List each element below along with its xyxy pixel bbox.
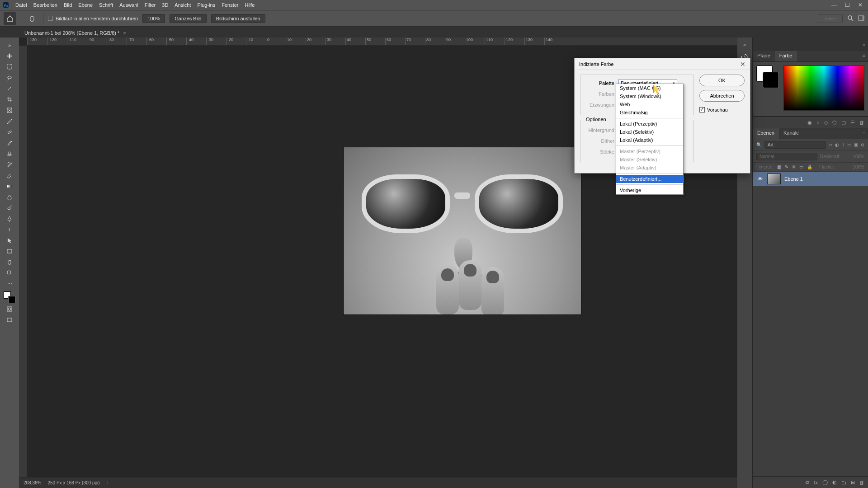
mask-icon[interactable]: ◯	[822, 479, 828, 485]
tab-close-icon[interactable]: ×	[123, 30, 126, 36]
cancel-button[interactable]: Abbrechen	[699, 90, 745, 102]
menu-bearbeiten[interactable]: Bearbeiten	[33, 2, 57, 8]
menu-schrift[interactable]: Schrift	[99, 2, 113, 8]
eraser-tool-icon[interactable]	[5, 170, 14, 180]
delete-layer-icon[interactable]: 🗑	[859, 480, 864, 485]
panel-collapse-icon[interactable]: »	[753, 38, 868, 51]
scroll-all-checkbox[interactable]: Bildlauf in allen Fenstern durchführen	[48, 16, 138, 21]
path-select-tool-icon[interactable]	[5, 235, 14, 245]
menu-hilfe[interactable]: Hilfe	[245, 2, 255, 8]
dialog-close-icon[interactable]: ✕	[740, 61, 745, 68]
hand-tool-icon[interactable]	[26, 12, 38, 25]
zoom-nav-tool-icon[interactable]	[5, 268, 14, 278]
ruler-vertical[interactable]	[19, 46, 27, 477]
tab-ebenen[interactable]: Ebenen	[753, 128, 779, 139]
fill-value[interactable]: 100%	[844, 164, 864, 169]
share-button[interactable]: Teilen	[818, 14, 843, 23]
opacity-value[interactable]: 100%	[844, 154, 864, 159]
dropdown-option[interactable]: System (MAC OS)	[616, 84, 683, 92]
move-tool-icon[interactable]	[5, 51, 14, 61]
heal-tool-icon[interactable]	[5, 127, 14, 137]
menu-ansicht[interactable]: Ansicht	[175, 2, 191, 8]
menu-plugins[interactable]: Plug-ins	[197, 2, 215, 8]
filter-toggle-icon[interactable]: ⊘	[861, 142, 864, 147]
menu-ebene[interactable]: Ebene	[78, 2, 93, 8]
background-swatch[interactable]	[8, 296, 15, 303]
dropdown-option[interactable]: Vorherige	[616, 186, 683, 194]
crop-tool-icon[interactable]	[5, 94, 14, 104]
ruler-horizontal[interactable]: -130 -120 -110 -90 -80 -70 -60 -50 -40 -…	[27, 38, 737, 46]
gradient-tool-icon[interactable]	[5, 181, 14, 191]
rectangle-tool-icon[interactable]	[5, 246, 14, 256]
menu-fenster[interactable]: Fenster	[222, 2, 238, 8]
fill-screen-button[interactable]: Bildschirm ausfüllen	[211, 14, 265, 23]
workspace-icon[interactable]	[858, 15, 864, 22]
link-layers-icon[interactable]: ⧉	[806, 479, 809, 485]
status-zoom[interactable]: 208,36%	[24, 480, 41, 485]
lock-position-icon[interactable]: ✥	[792, 164, 796, 169]
layer-filter-select[interactable]: Art	[764, 141, 826, 149]
document-tab[interactable]: Unbenannt-1 bei 208% (Ebene 1, RGB/8) * …	[20, 28, 131, 38]
circle-icon[interactable]: ○	[816, 120, 820, 125]
eyedropper-tool-icon[interactable]	[5, 116, 14, 126]
wand-tool-icon[interactable]	[5, 84, 14, 94]
menu-bild[interactable]: Bild	[64, 2, 72, 8]
ok-button[interactable]: OK	[699, 75, 745, 86]
filter-shape-icon[interactable]: ▭	[847, 142, 851, 147]
blend-mode-select[interactable]: Normal	[756, 153, 817, 160]
menu-datei[interactable]: Datei	[15, 2, 27, 8]
dropdown-option[interactable]: Gleichmäßig	[616, 108, 683, 117]
blur-tool-icon[interactable]	[5, 192, 14, 202]
dodge-tool-icon[interactable]	[5, 203, 14, 213]
filter-adjust-icon[interactable]: ◐	[835, 142, 839, 147]
dialog-titlebar[interactable]: Indizierte Farbe ✕	[575, 58, 750, 70]
filter-type-icon[interactable]: T	[842, 142, 844, 147]
layer-row[interactable]: 👁 Ebene 1	[753, 172, 868, 186]
panel-bg-swatch[interactable]	[763, 72, 779, 88]
close-icon[interactable]: ✕	[858, 2, 863, 8]
layer-thumbnail[interactable]	[767, 174, 781, 184]
layer-name[interactable]: Ebene 1	[784, 176, 803, 182]
type-tool-icon[interactable]: T	[5, 225, 14, 235]
circle-dot-icon[interactable]: ◉	[807, 120, 812, 126]
status-chevron-icon[interactable]: 〉	[106, 480, 111, 486]
layers-empty-area[interactable]	[753, 186, 868, 476]
dropdown-option[interactable]: System (Windows)	[616, 92, 683, 100]
trash-icon[interactable]: 🗑	[859, 120, 864, 125]
search-icon[interactable]	[847, 15, 854, 22]
square-icon[interactable]: ▢	[841, 120, 846, 126]
brush-tool-icon[interactable]	[5, 138, 14, 148]
quickmask-icon[interactable]	[5, 304, 14, 314]
marquee-tool-icon[interactable]	[5, 62, 14, 72]
frame-tool-icon[interactable]	[5, 105, 14, 115]
search-icon[interactable]: 🔍	[756, 142, 762, 147]
stamp-tool-icon[interactable]	[5, 149, 14, 159]
dropdown-option[interactable]: Lokal (Perzeptiv)	[616, 120, 683, 128]
status-doc-info[interactable]: 250 Px x 168 Px (300 ppi)	[47, 480, 99, 485]
panel-color-swatches[interactable]	[756, 66, 779, 88]
filter-image-icon[interactable]: ▱	[829, 142, 832, 147]
tab-pfade[interactable]: Pfade	[753, 51, 775, 61]
fit-screen-button[interactable]: Ganzes Bild	[170, 14, 206, 23]
lasso-tool-icon[interactable]	[5, 73, 14, 83]
sliders-icon[interactable]: ☰	[850, 120, 855, 126]
home-button[interactable]	[4, 12, 16, 25]
panel-menu-icon[interactable]: ≡	[860, 51, 868, 61]
color-swatches[interactable]	[4, 291, 15, 303]
collapse-arrows-icon[interactable]: »	[5, 40, 14, 50]
tab-kanaele[interactable]: Kanäle	[779, 128, 803, 139]
group-icon[interactable]: 🗀	[841, 480, 846, 485]
hand-nav-tool-icon[interactable]	[5, 257, 14, 267]
hue-picker[interactable]	[783, 66, 864, 111]
more-tools-icon[interactable]: ⋯	[5, 279, 14, 289]
history-brush-tool-icon[interactable]	[5, 160, 14, 169]
lock-paint-icon[interactable]: ✎	[785, 164, 788, 169]
diamond-icon[interactable]: ◇	[824, 120, 828, 126]
polygon-icon[interactable]: ⬠	[832, 120, 837, 126]
menu-3d[interactable]: 3D	[162, 2, 168, 8]
new-layer-icon[interactable]: ⊞	[851, 479, 855, 485]
menu-auswahl[interactable]: Auswahl	[119, 2, 138, 8]
zoom-100-button[interactable]: 100%	[142, 14, 165, 23]
dropdown-option[interactable]: Lokal (Selektiv)	[616, 128, 683, 136]
collapse-toggle-icon[interactable]: «	[743, 42, 746, 47]
